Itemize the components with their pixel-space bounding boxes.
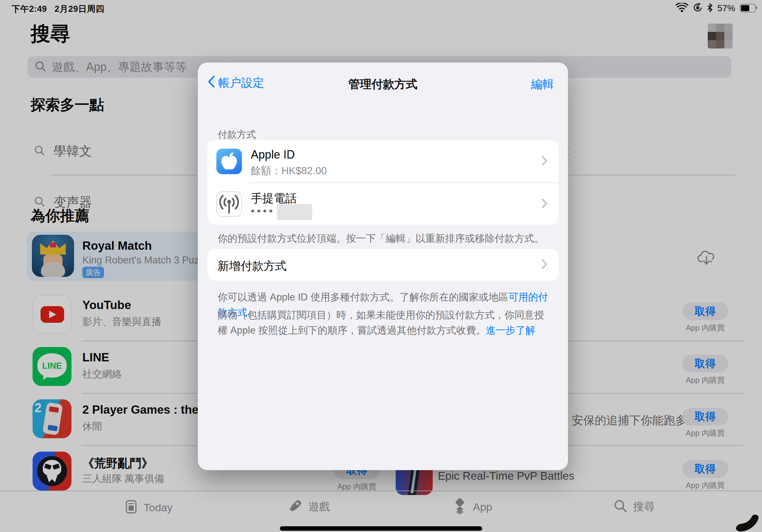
footnote-text: 你可以透過 Apple ID 使用多種付款方式。了解你所在的國家或地區	[218, 292, 508, 303]
payment-methods-card: Apple ID 餘額：HK$82.00 手提電話 ••••	[207, 140, 559, 225]
redacted-number	[277, 204, 312, 220]
payment-method-mobile-phone[interactable]: 手提電話 ••••	[207, 183, 559, 225]
modal-title: 管理付款方式	[198, 77, 568, 92]
add-payment-method-row[interactable]: 新增付款方式	[207, 249, 559, 281]
learn-more-link[interactable]: 進一步了解	[486, 325, 535, 336]
chevron-right-icon	[541, 155, 548, 167]
manage-payments-modal: 帳户設定 管理付款方式 編輯 付款方式 Apple ID 餘額：HK$82.00	[198, 62, 568, 470]
apple-id-balance-icon	[216, 149, 242, 174]
payment-method-name: Apple ID	[251, 148, 295, 162]
payment-method-masked-number: ••••	[251, 204, 312, 220]
payment-method-detail: 餘額：HK$82.00	[251, 164, 327, 178]
payment-method-apple-id[interactable]: Apple ID 餘額：HK$82.00	[207, 140, 559, 182]
chevron-right-icon	[541, 198, 548, 210]
payment-methods-section-label: 付款方式	[218, 128, 256, 141]
cellular-antenna-icon	[216, 191, 242, 217]
default-method-note: 你的預設付款方式位於頂端。按一下「編輯」以重新排序或移除付款方式。	[218, 232, 550, 246]
footnote-charge-order: 購物（包括購買訂閱項目）時，如果未能使用你的預設付款方式，你同意授權 Apple…	[218, 307, 551, 338]
edit-button[interactable]: 編輯	[531, 77, 554, 92]
chevron-right-icon	[541, 259, 548, 271]
add-payment-method-label: 新增付款方式	[218, 258, 286, 274]
